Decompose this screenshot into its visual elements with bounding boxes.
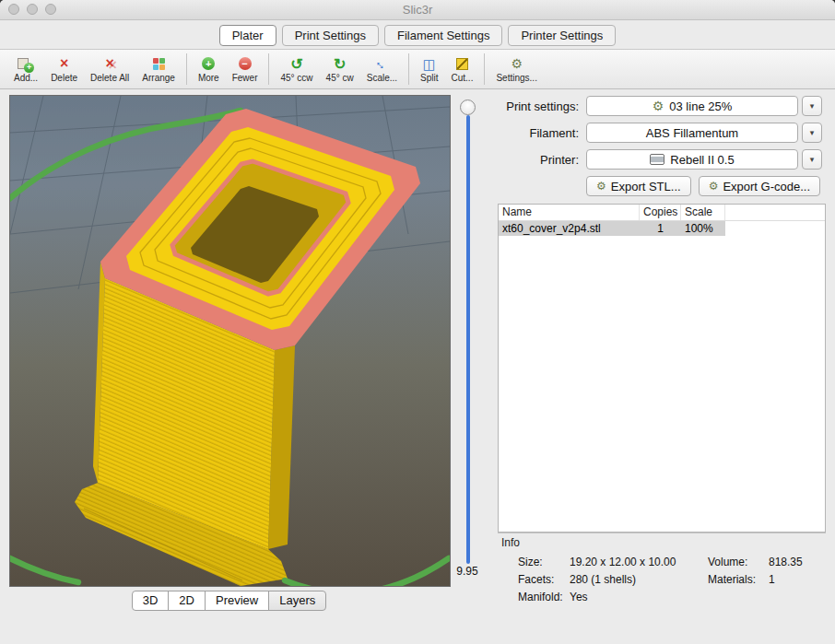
tab-filament-settings[interactable]: Filament Settings bbox=[384, 25, 502, 46]
gear-icon: ⚙ bbox=[596, 180, 606, 193]
cell-copies: 1 bbox=[640, 221, 681, 236]
size-label: Size: bbox=[518, 556, 570, 568]
add-icon: + bbox=[18, 56, 34, 72]
model-canvas bbox=[10, 96, 450, 586]
gear-icon: ⚙ bbox=[709, 180, 719, 193]
filament-label: Filament: bbox=[498, 126, 579, 140]
skirt-line bbox=[10, 555, 78, 582]
object-table-header: Name Copies Scale bbox=[499, 205, 825, 221]
rotate-ccw-label: 45° ccw bbox=[280, 73, 312, 83]
arrange-label: Arrange bbox=[142, 73, 175, 83]
export-gcode-label: Export G-code... bbox=[723, 180, 810, 193]
export-stl-button[interactable]: ⚙ Export STL... bbox=[586, 176, 691, 196]
print-settings-dropdown-button[interactable]: ▾ bbox=[802, 96, 822, 116]
printer-combo[interactable]: Rebell II 0.5 bbox=[586, 149, 798, 170]
info-title: Info bbox=[501, 536, 826, 549]
tab-plater[interactable]: Plater bbox=[219, 25, 276, 46]
printer-dropdown-button[interactable]: ▾ bbox=[802, 149, 822, 170]
arrange-button[interactable]: Arrange bbox=[135, 56, 182, 83]
toolbar: + Add... × Delete × Delete All Arrange +… bbox=[0, 49, 835, 89]
printer-value: Rebell II 0.5 bbox=[670, 153, 734, 167]
facets-label: Facets: bbox=[518, 573, 570, 586]
viewport-3d[interactable] bbox=[9, 95, 451, 587]
rotate-cw-button[interactable]: ↻ 45° cw bbox=[320, 56, 360, 83]
printer-icon bbox=[650, 154, 664, 165]
slic3r-window: Slic3r Plater Print Settings Filament Se… bbox=[0, 0, 835, 644]
filament-combo[interactable]: ABS Fillamentum bbox=[586, 123, 798, 143]
chevron-down-icon: ▾ bbox=[810, 155, 815, 164]
rotate-ccw-icon: ↺ bbox=[290, 56, 302, 72]
printer-label: Printer: bbox=[498, 153, 579, 167]
layer-slider-value: 9.95 bbox=[450, 565, 485, 578]
print-settings-combo[interactable]: ⚙ 03 line 25% bbox=[586, 96, 798, 116]
view-preview-button[interactable]: Preview bbox=[205, 591, 269, 611]
toolbar-separator bbox=[408, 53, 409, 85]
rotate-cw-label: 45° cw bbox=[326, 73, 354, 83]
gear-icon: ⚙ bbox=[653, 99, 664, 113]
settings-button[interactable]: ⚙ Settings... bbox=[489, 56, 543, 83]
split-button[interactable]: ◫ Split bbox=[414, 56, 444, 83]
add-label: Add... bbox=[14, 73, 38, 83]
print-settings-value: 03 line 25% bbox=[669, 100, 732, 113]
filament-row: Filament: ABS Fillamentum ▾ bbox=[498, 123, 826, 143]
chevron-down-icon: ▾ bbox=[810, 101, 815, 111]
print-settings-row: Print settings: ⚙ 03 line 25% ▾ bbox=[498, 96, 826, 116]
fewer-button[interactable]: − Fewer bbox=[226, 56, 265, 83]
export-row: ⚙ Export STL... ⚙ Export G-code... bbox=[586, 176, 826, 196]
delete-all-label: Delete All bbox=[90, 73, 129, 83]
delete-icon: × bbox=[60, 56, 68, 72]
more-button[interactable]: + More bbox=[192, 56, 226, 83]
filament-value: ABS Fillamentum bbox=[646, 126, 738, 140]
delete-all-icon: × bbox=[106, 56, 114, 72]
column-header-scale: Scale bbox=[681, 205, 725, 220]
view-button-group: 3D 2D Preview Layers bbox=[9, 591, 449, 611]
export-gcode-button[interactable]: ⚙ Export G-code... bbox=[699, 176, 820, 196]
rotate-cw-icon: ↻ bbox=[334, 56, 346, 72]
chevron-down-icon: ▾ bbox=[810, 128, 815, 137]
add-button[interactable]: + Add... bbox=[7, 56, 44, 83]
toolbar-separator bbox=[268, 53, 269, 85]
printer-row: Printer: Rebell II 0.5 ▾ bbox=[498, 149, 826, 170]
scale-label: Scale... bbox=[367, 73, 397, 83]
delete-label: Delete bbox=[51, 73, 77, 83]
export-stl-label: Export STL... bbox=[611, 180, 681, 193]
fewer-icon: − bbox=[239, 57, 252, 70]
right-panel: Print settings: ⚙ 03 line 25% ▾ Filament… bbox=[498, 96, 826, 603]
column-header-copies: Copies bbox=[640, 205, 681, 220]
manifold-label: Manifold: bbox=[518, 591, 570, 603]
view-layers-button[interactable]: Layers bbox=[268, 591, 326, 611]
table-row[interactable]: xt60_cover_v2p4.stl 1 100% bbox=[499, 221, 825, 236]
facets-value: 280 (1 shells) bbox=[570, 573, 708, 586]
object-table: Name Copies Scale xt60_cover_v2p4.stl 1 … bbox=[498, 204, 826, 533]
layer-slider-handle[interactable] bbox=[460, 100, 476, 115]
delete-button[interactable]: × Delete bbox=[44, 56, 84, 83]
more-icon: + bbox=[202, 57, 215, 70]
print-settings-label: Print settings: bbox=[498, 100, 579, 113]
layer-slider-track[interactable] bbox=[466, 115, 470, 564]
cut-button[interactable]: Cut... bbox=[445, 56, 480, 83]
view-2d-button[interactable]: 2D bbox=[168, 591, 206, 611]
view-3d-button[interactable]: 3D bbox=[132, 591, 170, 611]
tab-bar: Plater Print Settings Filament Settings … bbox=[0, 25, 835, 46]
size-value: 19.20 x 12.00 x 10.00 bbox=[570, 556, 708, 568]
filament-dropdown-button[interactable]: ▾ bbox=[802, 123, 822, 143]
info-grid: Size: 19.20 x 12.00 x 10.00 Volume: 818.… bbox=[501, 556, 826, 603]
cell-name: xt60_cover_v2p4.stl bbox=[499, 221, 640, 236]
cut-label: Cut... bbox=[452, 73, 474, 83]
delete-all-button[interactable]: × Delete All bbox=[84, 56, 135, 83]
rotate-ccw-button[interactable]: ↺ 45° ccw bbox=[274, 56, 319, 83]
cut-icon bbox=[456, 58, 468, 70]
tab-printer-settings[interactable]: Printer Settings bbox=[508, 25, 616, 46]
tab-print-settings[interactable]: Print Settings bbox=[282, 25, 379, 46]
settings-label: Settings... bbox=[496, 73, 536, 83]
manifold-value: Yes bbox=[570, 591, 708, 603]
split-icon: ◫ bbox=[423, 56, 436, 72]
toolbar-separator bbox=[186, 53, 187, 85]
volume-value: 818.35 bbox=[769, 556, 826, 568]
settings-icon: ⚙ bbox=[511, 56, 523, 72]
model-object bbox=[75, 109, 420, 586]
toolbar-separator bbox=[484, 53, 485, 85]
more-label: More bbox=[198, 73, 219, 83]
split-label: Split bbox=[420, 73, 438, 83]
scale-button[interactable]: ↔ Scale... bbox=[360, 56, 404, 83]
